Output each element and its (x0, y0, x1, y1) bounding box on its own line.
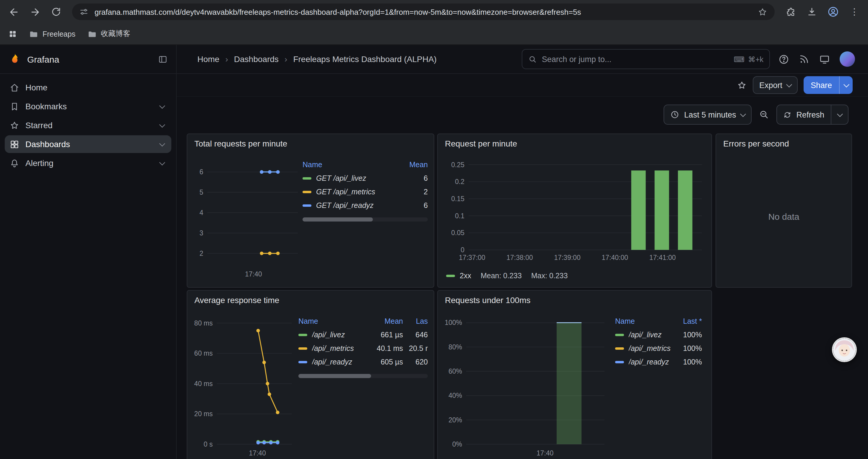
bookmark-star-icon[interactable] (757, 7, 768, 17)
chevron-down-icon (786, 81, 792, 87)
apps-grid-icon[interactable] (8, 30, 17, 38)
breadcrumb-home[interactable]: Home (197, 54, 219, 64)
column-header-mean[interactable]: Mean (409, 160, 428, 169)
sidebar-item-home[interactable]: Home (5, 78, 172, 96)
breadcrumb-dashboards[interactable]: Dashboards (234, 54, 279, 64)
table-row[interactable]: /api/_metrics 100% (615, 341, 702, 355)
collapse-sidebar-icon[interactable] (158, 54, 168, 64)
url-bar[interactable]: grafana.mathmast.com/d/deytv4rwavabkb/fr… (72, 4, 775, 20)
column-header-last[interactable]: Las (403, 317, 428, 325)
column-header-last[interactable]: Last * (683, 317, 702, 325)
svg-text:0: 0 (461, 246, 464, 254)
site-info-icon[interactable] (79, 7, 89, 17)
star-icon (9, 120, 20, 130)
share-button[interactable]: Share (804, 76, 852, 94)
dashboard-actions: Export Share (177, 74, 868, 97)
chevron-down-icon[interactable] (157, 161, 167, 165)
column-header-name[interactable]: Name (303, 160, 322, 169)
series-color-dash (299, 347, 307, 350)
forward-button[interactable] (26, 3, 44, 21)
svg-text:0 s: 0 s (204, 440, 213, 448)
series-color-dash (446, 275, 455, 277)
svg-text:0.2: 0.2 (455, 178, 464, 186)
news-rss-icon[interactable] (799, 54, 809, 64)
chevron-down-icon[interactable] (837, 111, 843, 117)
legend[interactable]: 2xx Mean: 0.233 Max: 0.233 (446, 272, 568, 280)
svg-text:0.15: 0.15 (451, 195, 464, 203)
search-placeholder: Search or jump to... (542, 55, 612, 64)
browser-menu-icon[interactable]: ⋮ (845, 3, 863, 21)
help-icon[interactable] (778, 54, 789, 65)
table-row[interactable]: /api/_livez 100% (615, 328, 702, 341)
table-row[interactable]: /api/_livez 661 µs 646 (299, 328, 428, 341)
legend-max: Max: 0.233 (531, 272, 568, 280)
table-row[interactable]: /api/_metrics 40.1 ms 20.5 r (299, 341, 428, 355)
search-input[interactable]: Search or jump to... ⌨ ⌘+k (522, 49, 770, 69)
share-menu-caret[interactable] (839, 76, 852, 94)
legend-table: Name Mean GET /api/_livez 6 GET /api/_me… (303, 158, 428, 222)
sidebar-item-bookmarks[interactable]: Bookmarks (5, 97, 172, 115)
svg-text:100%: 100% (445, 319, 462, 326)
top-nav: Home › Dashboards › Freeleaps Metrics Da… (177, 45, 868, 74)
bookmark-blog[interactable]: 收藏博客 (87, 29, 130, 39)
horizontal-scrollbar[interactable] (303, 218, 428, 222)
bookmark-freeleaps[interactable]: Freeleaps (29, 29, 75, 39)
panel-title[interactable]: Request per minute (445, 139, 517, 148)
user-avatar[interactable] (840, 52, 855, 67)
svg-text:0.05: 0.05 (451, 229, 464, 237)
panel-title[interactable]: Requests under 100ms (445, 295, 531, 305)
chart-request-per-minute[interactable]: 0.250.20.150.10.05017:37:0017:38:0017:39… (442, 155, 707, 264)
assistant-avatar[interactable] (832, 337, 857, 362)
svg-text:17:38:00: 17:38:00 (506, 254, 533, 261)
table-row[interactable]: /api/_readyz 100% (615, 355, 702, 369)
panel-total-requests: Total requests per minute 6543217:40 Nam… (187, 133, 434, 288)
downloads-icon[interactable] (803, 3, 821, 21)
grafana-logo[interactable] (8, 53, 21, 66)
panel-title[interactable]: Average response time (194, 295, 279, 305)
profile-icon[interactable] (824, 3, 842, 21)
column-header-mean[interactable]: Mean (366, 317, 403, 325)
svg-text:80 ms: 80 ms (194, 319, 213, 327)
breadcrumb-separator-icon: › (225, 54, 228, 64)
svg-text:17:40: 17:40 (245, 270, 262, 278)
series-color-dash (299, 361, 307, 363)
sidebar-item-alerting[interactable]: Alerting (5, 154, 172, 172)
chart-requests-under-100ms[interactable]: 100%80%60%40%20%0%17:40 (442, 311, 608, 459)
table-row[interactable]: GET /api/_readyz 6 (303, 198, 428, 212)
column-header-name[interactable]: Name (615, 317, 635, 325)
scrollbar-thumb[interactable] (299, 374, 371, 378)
panel-errors-per-second: Errors per second No data (716, 133, 852, 288)
reload-icon (51, 6, 61, 17)
reload-button[interactable] (47, 3, 65, 21)
horizontal-scrollbar[interactable] (299, 374, 428, 378)
table-row[interactable]: GET /api/_metrics 2 (303, 185, 428, 198)
favorite-star-icon[interactable] (737, 80, 747, 90)
chevron-down-icon[interactable] (157, 104, 167, 108)
url-text[interactable]: grafana.mathmast.com/d/deytv4rwavabkb/fr… (95, 7, 752, 16)
search-icon (528, 55, 537, 64)
scrollbar-thumb[interactable] (303, 218, 373, 222)
chart-average-response-time[interactable]: 80 ms60 ms40 ms20 ms0 s17:40 (192, 311, 296, 459)
export-button[interactable]: Export (753, 76, 798, 94)
grafana-app: Grafana Home Bookmarks (0, 45, 868, 459)
svg-text:80%: 80% (448, 343, 462, 351)
chart-total-requests[interactable]: 6543217:40 (192, 154, 301, 281)
panel-title[interactable]: Total requests per minute (194, 139, 287, 148)
back-button[interactable] (5, 3, 23, 21)
zoom-out-icon[interactable] (758, 109, 769, 120)
dashboard-grid: Total requests per minute 6543217:40 Nam… (177, 133, 868, 459)
table-row[interactable]: /api/_readyz 605 µs 620 (299, 355, 428, 369)
sidebar-item-starred[interactable]: Starred (5, 117, 172, 134)
table-row[interactable]: GET /api/_livez 6 (303, 171, 428, 185)
legend-table: Name Mean Las /api/_livez 661 µs 646 /ap… (299, 314, 428, 378)
chevron-down-icon[interactable] (157, 123, 167, 127)
dashboard-canvas: Last 5 minutes Refresh (177, 97, 868, 459)
monitor-icon[interactable] (819, 54, 830, 65)
chevron-down-icon (740, 111, 746, 117)
sidebar-item-dashboards[interactable]: Dashboards (5, 135, 172, 153)
extensions-icon[interactable] (782, 3, 800, 21)
time-range-picker[interactable]: Last 5 minutes (663, 104, 752, 125)
refresh-button[interactable]: Refresh (776, 104, 848, 125)
column-header-name[interactable]: Name (299, 317, 366, 325)
chevron-down-icon[interactable] (157, 142, 167, 146)
